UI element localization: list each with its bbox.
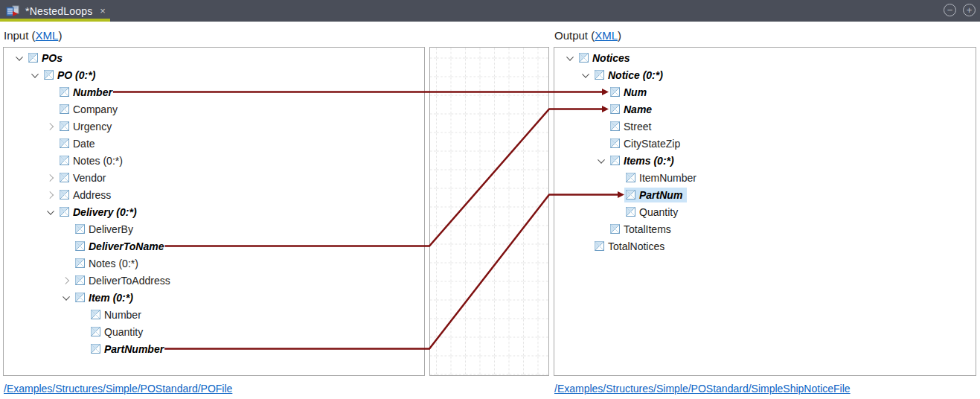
node-content[interactable]: TotalItems [609,222,676,237]
collapse-all-button[interactable]: − [944,4,956,16]
chevron-down-icon[interactable] [27,66,42,83]
expander-spacer [593,83,609,100]
node-content[interactable]: Date [58,136,100,151]
chevron-down-icon[interactable] [577,66,593,83]
tree-node-delivertoname[interactable]: DeliverToName [4,237,424,255]
chevron-right-icon[interactable] [42,118,58,135]
node-content[interactable]: Delivery (0:*) [58,205,141,220]
tree-node-label: Num [624,86,647,98]
node-content[interactable]: DeliverBy [74,222,138,237]
chevron-down-icon[interactable] [593,152,609,169]
tree-node-label: Item (0:*) [89,292,133,304]
output-tree: NoticesNotice (0:*)NumNameStreetCityStat… [554,48,976,255]
mapping-document-icon [6,5,20,17]
output-file-link[interactable]: /Examples/Structures/Simple/POStandard/S… [554,383,851,395]
tree-node-items-0[interactable]: Items (0:*) [554,152,976,169]
xml-element-icon [610,87,620,97]
node-content[interactable]: Quantity [624,205,682,220]
node-content[interactable]: Item (0:*) [74,290,138,305]
tree-node-vendor[interactable]: Vendor [4,169,424,186]
tree-node-pos[interactable]: POs [4,49,424,66]
mapping-workspace: Input (XML) Output (XML) POsPO (0:*)Numb… [0,22,980,399]
node-content[interactable]: Number [89,307,146,322]
chevron-right-icon[interactable] [58,272,74,289]
node-content[interactable]: Street [609,119,656,134]
output-xml-link[interactable]: XML [595,29,618,42]
tree-node-company[interactable]: Company [4,100,424,118]
tree-node-label: PO (0:*) [57,69,95,81]
tree-node-address[interactable]: Address [4,186,424,203]
node-content[interactable]: Notice (0:*) [593,68,667,83]
xml-element-icon [60,121,69,131]
expand-all-button[interactable]: + [963,4,976,16]
tree-node-delivertoaddress[interactable]: DeliverToAddress [4,272,424,289]
tree-node-partnum[interactable]: PartNum [554,186,976,203]
tree-node-delivery-0[interactable]: Delivery (0:*) [4,203,424,220]
tree-node-number[interactable]: Number [4,83,424,100]
tree-node-totalitems[interactable]: TotalItems [554,220,976,237]
node-content[interactable]: DeliverToName [74,239,168,254]
xml-element-icon [610,104,620,114]
node-content[interactable]: Name [609,102,656,117]
tree-node-date[interactable]: Date [4,135,424,152]
tree-node-number[interactable]: Number [4,306,424,323]
node-content[interactable]: POs [27,51,67,66]
tree-node-street[interactable]: Street [554,118,976,135]
node-content[interactable]: Items (0:*) [609,153,679,168]
tree-node-notices[interactable]: Notices [554,49,976,66]
xml-element-icon [60,173,69,182]
xml-element-icon [91,310,100,319]
tree-node-partnumber[interactable]: PartNumber [4,340,424,357]
node-content[interactable]: Vendor [58,170,110,185]
node-content[interactable]: ItemNumber [624,170,701,185]
node-content[interactable]: Notes (0:*) [74,256,143,271]
node-content[interactable]: Urgency [58,119,116,134]
tab-close-icon[interactable]: × [100,5,106,16]
node-content[interactable]: Company [58,102,122,117]
tree-node-notice-0[interactable]: Notice (0:*) [554,66,976,83]
tree-node-label: POs [42,52,63,64]
xml-element-icon [610,156,620,165]
chevron-down-icon[interactable] [11,49,27,66]
tree-node-name[interactable]: Name [554,100,976,118]
chevron-right-icon[interactable] [42,186,58,203]
input-tree: POsPO (0:*)NumberCompanyUrgencyDateNotes… [4,48,424,357]
tree-node-quantity[interactable]: Quantity [4,323,424,340]
input-file-link[interactable]: /Examples/Structures/Simple/POStandard/P… [4,383,232,395]
output-header-suffix: ) [618,29,621,42]
chevron-down-icon[interactable] [562,49,577,66]
chevron-down-icon[interactable] [58,289,74,306]
tab-title: *NestedLoops [25,5,92,17]
node-content[interactable]: Quantity [89,325,147,339]
tree-node-label: Number [73,86,112,98]
node-content[interactable]: Num [609,85,651,100]
node-content[interactable]: PartNumber [89,342,168,357]
expander-spacer [58,237,74,255]
selected-node-highlight[interactable]: PartNum [624,188,687,202]
tree-node-item-0[interactable]: Item (0:*) [4,289,424,306]
tree-node-num[interactable]: Num [554,83,976,100]
tree-node-citystatezip[interactable]: CityStateZip [554,135,976,152]
chevron-down-icon[interactable] [42,203,58,220]
node-content[interactable]: PO (0:*) [42,68,100,83]
tree-node-deliverby[interactable]: DeliverBy [4,220,424,237]
node-content[interactable]: Address [58,188,115,202]
node-content[interactable]: TotalNotices [593,239,669,254]
tree-node-notes-0[interactable]: Notes (0:*) [4,255,424,272]
chevron-right-icon[interactable] [42,169,58,186]
node-content[interactable]: Notices [577,51,635,66]
node-content[interactable]: Number [58,85,117,100]
node-content[interactable]: CityStateZip [609,136,685,151]
xml-element-icon [626,173,635,182]
tree-node-notes-0[interactable]: Notes (0:*) [4,152,424,169]
tree-node-totalnotices[interactable]: TotalNotices [554,237,976,255]
xml-element-icon [75,258,85,268]
expander-spacer [74,323,89,340]
input-xml-link[interactable]: XML [36,29,59,42]
node-content[interactable]: Notes (0:*) [58,153,127,168]
tree-node-quantity[interactable]: Quantity [554,203,976,220]
node-content[interactable]: DeliverToAddress [74,273,175,288]
tree-node-urgency[interactable]: Urgency [4,118,424,135]
tree-node-itemnumber[interactable]: ItemNumber [554,169,976,186]
tree-node-po-0[interactable]: PO (0:*) [4,66,424,83]
